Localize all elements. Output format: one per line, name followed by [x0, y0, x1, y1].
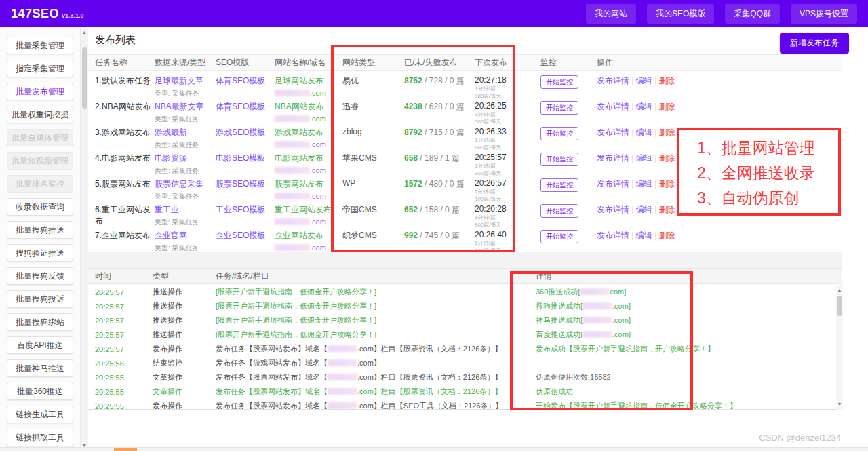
log-scrollbar[interactable]: ▲ ▼	[836, 285, 843, 410]
published-count: 8792	[404, 128, 422, 137]
seo-template-link[interactable]: 游戏SEO模板	[216, 127, 275, 138]
delete-link[interactable]: 删除	[659, 102, 675, 111]
delete-link[interactable]: 删除	[659, 179, 675, 189]
sidebar-item[interactable]: 批量发布管理	[7, 83, 73, 100]
log-scrollbar-thumb[interactable]	[837, 296, 842, 316]
seo-template-link[interactable]: 电影SEO模板	[216, 153, 275, 164]
task-name: 2.NBA网站发布	[95, 101, 155, 113]
edit-link[interactable]: 编辑	[636, 76, 652, 85]
data-source-link[interactable]: 企业官网	[155, 230, 216, 241]
publish-detail-link[interactable]: 发布详情	[597, 102, 629, 111]
site-domain: .com	[275, 166, 342, 174]
log-time: 20:25:57	[95, 331, 153, 339]
sidebar-item[interactable]: 指定采集管理	[7, 60, 73, 77]
seo-template-link[interactable]: 股票SEO模板	[216, 178, 275, 190]
site-domain: .com	[275, 115, 342, 123]
sidebar-item[interactable]: 链接生成工具	[7, 406, 73, 423]
edit-link[interactable]: 编辑	[636, 205, 652, 214]
start-monitor-button[interactable]: 开始监控	[540, 178, 578, 192]
publish-detail-link[interactable]: 发布详情	[597, 153, 629, 163]
app-logo[interactable]: 147SEO v1.3.1.0	[11, 7, 84, 21]
top-nav-item[interactable]: 我的SEO模版	[647, 4, 714, 24]
published-count: 652	[404, 205, 418, 214]
separator: |	[629, 179, 636, 189]
publish-detail-link[interactable]: 发布详情	[597, 205, 629, 214]
publish-detail-link[interactable]: 发布详情	[597, 128, 629, 137]
data-source-link[interactable]: 足球最新文章	[155, 75, 216, 87]
daily-limit: 988篇/每天	[475, 93, 540, 100]
sidebar-item[interactable]: 批量搜狗推送	[7, 221, 73, 239]
data-source-type: 类型: 采集任务	[155, 115, 216, 124]
sidebar-item[interactable]: 批量搜狗反馈	[7, 267, 73, 285]
scroll-down-icon[interactable]: ▼	[836, 400, 843, 408]
delete-link[interactable]: 删除	[659, 153, 675, 163]
start-monitor-button[interactable]: 开始监控	[540, 101, 578, 115]
delete-link[interactable]: 删除	[659, 76, 675, 85]
delete-link[interactable]: 删除	[659, 231, 675, 240]
sidebar-item[interactable]: 批量360推送	[7, 383, 73, 400]
pending-failed-count: / 189 / 1 篇	[418, 153, 460, 163]
start-monitor-button[interactable]: 开始监控	[540, 204, 578, 218]
published-count: 1572	[404, 179, 422, 189]
next-publish-cell: 20:26:401分钟/篇100篇/每天	[475, 230, 540, 254]
site-cell: 电影网站发布.com	[275, 153, 342, 174]
edit-link[interactable]: 编辑	[636, 102, 652, 111]
start-monitor-button[interactable]: 开始监控	[540, 230, 578, 243]
sidebar-item[interactable]: 百度API推送	[7, 336, 73, 354]
scroll-up-icon[interactable]: ▲	[836, 286, 843, 294]
publish-table-row: 1.默认发布任务足球最新文章类型: 采集任务体育SEO模板足球网站发布.com易…	[88, 71, 842, 96]
actions-cell: 发布详情 | 编辑 | 删除	[597, 230, 842, 241]
sidebar-scrollbar-thumb[interactable]	[82, 47, 87, 109]
log-detail: 百度推送成功[.com]	[536, 330, 842, 340]
sidebar-item[interactable]: 批量采集管理	[7, 37, 73, 54]
censored-domain	[583, 331, 612, 338]
horizontal-scrollbar[interactable]	[0, 447, 868, 451]
seo-template-link[interactable]: 工业SEO模板	[216, 204, 275, 216]
publish-detail-link[interactable]: 发布详情	[597, 76, 629, 85]
column-header: 任务名称	[95, 57, 155, 68]
add-publish-task-button[interactable]: 新增发布任务	[780, 33, 849, 54]
edit-link[interactable]: 编辑	[636, 153, 652, 163]
sidebar-item[interactable]: 批量搜狗投诉	[7, 290, 73, 308]
pending-failed-count: / 728 / 0 篇	[422, 76, 465, 85]
cms-type: 迅睿	[342, 101, 404, 113]
sidebar-scrollbar[interactable]: ▲ ▼	[80, 27, 88, 451]
top-nav-item[interactable]: 我的网站	[586, 4, 636, 24]
sidebar-item[interactable]: 批量神马推送	[7, 359, 73, 377]
start-monitor-button[interactable]: 开始监控	[540, 127, 578, 140]
data-source-link[interactable]: NBA最新文章	[155, 101, 216, 113]
daily-limit: 800篇/每天	[475, 222, 540, 229]
publish-detail-link[interactable]: 发布详情	[597, 179, 629, 189]
separator: |	[652, 102, 659, 111]
publish-detail-link[interactable]: 发布详情	[597, 231, 629, 240]
seo-template-link[interactable]: 体育SEO模板	[216, 101, 275, 113]
seo-template-link[interactable]: 企业SEO模板	[216, 230, 275, 241]
data-source-link[interactable]: 重工业	[155, 204, 216, 216]
separator: |	[629, 76, 636, 85]
horizontal-scrollbar-thumb[interactable]	[114, 448, 137, 451]
edit-link[interactable]: 编辑	[636, 128, 652, 137]
delete-link[interactable]: 删除	[659, 128, 675, 137]
log-task: [股票开户新手避坑指南，低佣金开户攻略分享！]	[216, 330, 536, 340]
start-monitor-button[interactable]: 开始监控	[540, 153, 578, 166]
sidebar-item[interactable]: 收录数据查询	[7, 198, 73, 216]
data-source-link[interactable]: 股票信息采集	[155, 178, 216, 190]
top-nav-item[interactable]: 采集QQ群	[725, 4, 780, 24]
data-source-type: 类型: 采集任务	[155, 89, 216, 98]
log-type: 推送操作	[153, 287, 216, 297]
sidebar-item[interactable]: 链接抓取工具	[7, 429, 73, 446]
scroll-up-icon[interactable]: ▲	[81, 28, 88, 37]
edit-link[interactable]: 编辑	[636, 231, 652, 240]
log-type: 推送操作	[153, 330, 216, 340]
sidebar-item[interactable]: 批量搜狗绑站	[7, 313, 73, 331]
delete-link[interactable]: 删除	[659, 205, 675, 214]
seo-template-link[interactable]: 体育SEO模板	[216, 75, 275, 87]
data-source-link[interactable]: 游戏最新	[155, 127, 216, 138]
sidebar-item[interactable]: 搜狗验证推送	[7, 244, 73, 262]
start-monitor-button[interactable]: 开始监控	[540, 75, 578, 89]
site-cell: 足球网站发布.com	[275, 75, 342, 97]
top-nav-item[interactable]: VPS拨号设置	[791, 4, 857, 24]
sidebar-item[interactable]: 批量权重词挖掘	[7, 106, 73, 123]
data-source-link[interactable]: 电影资源	[155, 153, 216, 164]
edit-link[interactable]: 编辑	[636, 179, 652, 189]
